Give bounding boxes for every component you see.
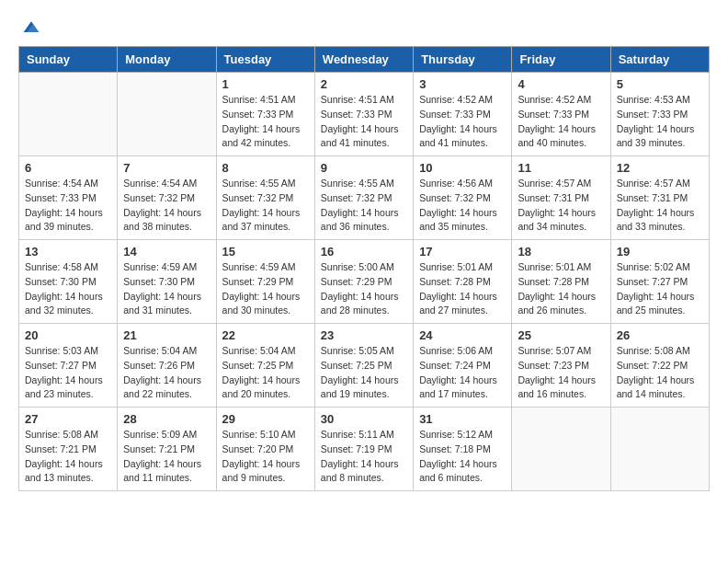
calendar-day-cell: 1Sunrise: 4:51 AM Sunset: 7:33 PM Daylig… <box>216 73 314 156</box>
day-info: Sunrise: 4:52 AM Sunset: 7:33 PM Dayligh… <box>419 93 506 151</box>
calendar-day-cell <box>19 73 118 156</box>
calendar-day-cell: 14Sunrise: 4:59 AM Sunset: 7:30 PM Dayli… <box>118 240 216 324</box>
day-number: 18 <box>518 245 604 259</box>
day-info: Sunrise: 4:59 AM Sunset: 7:30 PM Dayligh… <box>123 260 210 318</box>
day-number: 10 <box>419 161 506 175</box>
day-number: 30 <box>321 412 407 426</box>
day-number: 4 <box>518 77 604 91</box>
calendar-week-row: 13Sunrise: 4:58 AM Sunset: 7:30 PM Dayli… <box>19 240 710 324</box>
day-number: 27 <box>25 412 111 426</box>
day-info: Sunrise: 5:01 AM Sunset: 7:28 PM Dayligh… <box>518 260 604 318</box>
calendar-day-cell: 3Sunrise: 4:52 AM Sunset: 7:33 PM Daylig… <box>414 73 512 156</box>
calendar-day-header: Wednesday <box>314 47 413 73</box>
day-info: Sunrise: 4:56 AM Sunset: 7:32 PM Dayligh… <box>419 177 506 235</box>
calendar-week-row: 20Sunrise: 5:03 AM Sunset: 7:27 PM Dayli… <box>19 324 710 408</box>
logo-icon <box>22 18 40 37</box>
day-number: 2 <box>321 77 407 91</box>
calendar-day-header: Sunday <box>19 47 118 73</box>
calendar-day-cell: 22Sunrise: 5:04 AM Sunset: 7:25 PM Dayli… <box>216 324 314 408</box>
day-number: 13 <box>25 245 111 259</box>
day-number: 1 <box>222 77 309 91</box>
day-number: 8 <box>222 161 309 175</box>
calendar-header-row: SundayMondayTuesdayWednesdayThursdayFrid… <box>19 47 710 73</box>
day-info: Sunrise: 4:59 AM Sunset: 7:29 PM Dayligh… <box>222 260 309 318</box>
calendar-day-cell: 12Sunrise: 4:57 AM Sunset: 7:31 PM Dayli… <box>610 156 709 240</box>
calendar-day-cell: 29Sunrise: 5:10 AM Sunset: 7:20 PM Dayli… <box>216 408 314 491</box>
calendar-day-header: Friday <box>512 47 610 73</box>
day-number: 7 <box>123 161 210 175</box>
logo-text <box>18 18 42 37</box>
day-number: 28 <box>123 412 210 426</box>
day-info: Sunrise: 4:54 AM Sunset: 7:33 PM Dayligh… <box>25 177 111 235</box>
calendar-day-cell: 24Sunrise: 5:06 AM Sunset: 7:24 PM Dayli… <box>414 324 512 408</box>
day-number: 6 <box>25 161 111 175</box>
calendar-day-cell: 23Sunrise: 5:05 AM Sunset: 7:25 PM Dayli… <box>314 324 413 408</box>
calendar-day-cell: 15Sunrise: 4:59 AM Sunset: 7:29 PM Dayli… <box>216 240 314 324</box>
day-info: Sunrise: 4:53 AM Sunset: 7:33 PM Dayligh… <box>617 93 703 151</box>
day-number: 24 <box>419 328 506 342</box>
day-info: Sunrise: 4:54 AM Sunset: 7:32 PM Dayligh… <box>123 177 210 235</box>
calendar-day-header: Thursday <box>414 47 512 73</box>
calendar-week-row: 6Sunrise: 4:54 AM Sunset: 7:33 PM Daylig… <box>19 156 710 240</box>
day-info: Sunrise: 4:57 AM Sunset: 7:31 PM Dayligh… <box>518 177 604 235</box>
calendar-day-cell: 19Sunrise: 5:02 AM Sunset: 7:27 PM Dayli… <box>610 240 709 324</box>
calendar-day-cell: 5Sunrise: 4:53 AM Sunset: 7:33 PM Daylig… <box>610 73 709 156</box>
day-number: 25 <box>518 328 604 342</box>
day-number: 5 <box>617 77 703 91</box>
day-info: Sunrise: 5:04 AM Sunset: 7:26 PM Dayligh… <box>123 344 210 402</box>
calendar-day-cell: 13Sunrise: 4:58 AM Sunset: 7:30 PM Dayli… <box>19 240 118 324</box>
day-number: 11 <box>518 161 604 175</box>
calendar-day-cell <box>610 408 709 491</box>
calendar-day-header: Tuesday <box>216 47 314 73</box>
day-number: 17 <box>419 245 506 259</box>
calendar-table: SundayMondayTuesdayWednesdayThursdayFrid… <box>18 46 710 491</box>
day-number: 31 <box>419 412 506 426</box>
calendar-day-cell: 28Sunrise: 5:09 AM Sunset: 7:21 PM Dayli… <box>118 408 216 491</box>
day-info: Sunrise: 5:07 AM Sunset: 7:23 PM Dayligh… <box>518 344 604 402</box>
day-info: Sunrise: 4:55 AM Sunset: 7:32 PM Dayligh… <box>321 177 407 235</box>
calendar-day-cell: 21Sunrise: 5:04 AM Sunset: 7:26 PM Dayli… <box>118 324 216 408</box>
calendar-week-row: 27Sunrise: 5:08 AM Sunset: 7:21 PM Dayli… <box>19 408 710 491</box>
day-info: Sunrise: 5:01 AM Sunset: 7:28 PM Dayligh… <box>419 260 506 318</box>
day-number: 21 <box>123 328 210 342</box>
day-info: Sunrise: 5:04 AM Sunset: 7:25 PM Dayligh… <box>222 344 309 402</box>
day-number: 3 <box>419 77 506 91</box>
day-info: Sunrise: 5:12 AM Sunset: 7:18 PM Dayligh… <box>419 428 506 486</box>
day-number: 12 <box>617 161 703 175</box>
day-info: Sunrise: 5:05 AM Sunset: 7:25 PM Dayligh… <box>321 344 407 402</box>
day-info: Sunrise: 4:57 AM Sunset: 7:31 PM Dayligh… <box>617 177 703 235</box>
calendar-week-row: 1Sunrise: 4:51 AM Sunset: 7:33 PM Daylig… <box>19 73 710 156</box>
calendar-day-cell: 7Sunrise: 4:54 AM Sunset: 7:32 PM Daylig… <box>118 156 216 240</box>
day-number: 29 <box>222 412 309 426</box>
calendar-day-cell: 27Sunrise: 5:08 AM Sunset: 7:21 PM Dayli… <box>19 408 118 491</box>
day-info: Sunrise: 5:08 AM Sunset: 7:21 PM Dayligh… <box>25 428 111 486</box>
day-number: 22 <box>222 328 309 342</box>
day-info: Sunrise: 5:06 AM Sunset: 7:24 PM Dayligh… <box>419 344 506 402</box>
calendar-day-cell: 8Sunrise: 4:55 AM Sunset: 7:32 PM Daylig… <box>216 156 314 240</box>
day-info: Sunrise: 4:51 AM Sunset: 7:33 PM Dayligh… <box>222 93 309 151</box>
day-info: Sunrise: 5:02 AM Sunset: 7:27 PM Dayligh… <box>617 260 703 318</box>
day-info: Sunrise: 5:10 AM Sunset: 7:20 PM Dayligh… <box>222 428 309 486</box>
calendar-day-cell <box>118 73 216 156</box>
calendar-day-cell: 18Sunrise: 5:01 AM Sunset: 7:28 PM Dayli… <box>512 240 610 324</box>
day-number: 23 <box>321 328 407 342</box>
day-number: 19 <box>617 245 703 259</box>
calendar-day-header: Saturday <box>610 47 709 73</box>
day-info: Sunrise: 4:58 AM Sunset: 7:30 PM Dayligh… <box>25 260 111 318</box>
day-number: 26 <box>617 328 703 342</box>
day-info: Sunrise: 4:52 AM Sunset: 7:33 PM Dayligh… <box>518 93 604 151</box>
day-number: 16 <box>321 245 407 259</box>
day-info: Sunrise: 5:11 AM Sunset: 7:19 PM Dayligh… <box>321 428 407 486</box>
day-number: 15 <box>222 245 309 259</box>
calendar-day-cell: 2Sunrise: 4:51 AM Sunset: 7:33 PM Daylig… <box>314 73 413 156</box>
day-info: Sunrise: 4:55 AM Sunset: 7:32 PM Dayligh… <box>222 177 309 235</box>
calendar-day-header: Monday <box>118 47 216 73</box>
day-info: Sunrise: 5:00 AM Sunset: 7:29 PM Dayligh… <box>321 260 407 318</box>
calendar-day-cell: 11Sunrise: 4:57 AM Sunset: 7:31 PM Dayli… <box>512 156 610 240</box>
calendar-day-cell: 10Sunrise: 4:56 AM Sunset: 7:32 PM Dayli… <box>414 156 512 240</box>
calendar-day-cell: 26Sunrise: 5:08 AM Sunset: 7:22 PM Dayli… <box>610 324 709 408</box>
day-info: Sunrise: 5:08 AM Sunset: 7:22 PM Dayligh… <box>617 344 703 402</box>
calendar-day-cell: 17Sunrise: 5:01 AM Sunset: 7:28 PM Dayli… <box>414 240 512 324</box>
calendar-day-cell: 30Sunrise: 5:11 AM Sunset: 7:19 PM Dayli… <box>314 408 413 491</box>
day-info: Sunrise: 5:09 AM Sunset: 7:21 PM Dayligh… <box>123 428 210 486</box>
